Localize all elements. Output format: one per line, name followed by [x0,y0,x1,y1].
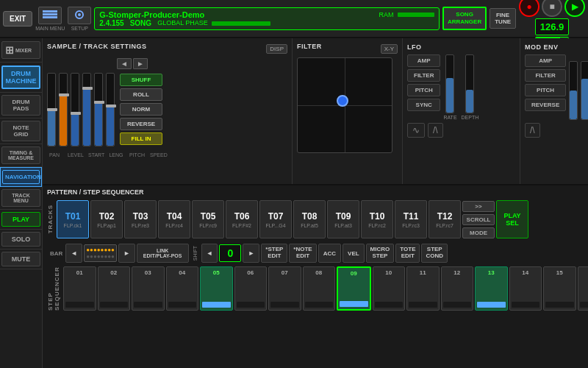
play-button[interactable]: ▶ [564,0,585,17]
mod-slider-1[interactable] [569,61,578,120]
filter-xy-pad[interactable] [297,57,392,153]
fine-tune-button[interactable]: FINE TUNE [490,8,516,29]
arrow-right-button[interactable]: ► [133,58,148,69]
mod-slider-2[interactable] [581,61,588,120]
step-cond-button[interactable]: STEP COND [421,244,448,263]
norm-button[interactable]: NORM [120,103,162,116]
step-01[interactable]: 01 [63,266,96,311]
track-t11[interactable]: T11 FLP.rc3 [395,200,427,238]
step-11[interactable]: 11 [406,266,440,311]
step-12-bar [443,302,472,308]
main-menu-button[interactable] [38,7,62,24]
start-slider[interactable] [71,73,79,146]
lfo-pitch-button[interactable]: PITCH [407,84,440,96]
mod-amp-button[interactable]: AMP [525,54,566,67]
chevron-forward-button[interactable]: >> [462,201,495,212]
step-07[interactable]: 07 [268,266,301,311]
speed-slider[interactable] [106,73,115,146]
step-16[interactable]: 16 [578,266,589,311]
note-edit-button[interactable]: *NOTE EDIT [289,244,316,263]
step-15[interactable]: 15 [543,266,576,311]
play-sel-button[interactable]: PLAY SEL [496,200,528,238]
step-08[interactable]: 08 [303,266,336,311]
acc-button[interactable]: ACC [318,244,341,263]
mod-pitch-button[interactable]: PITCH [525,84,566,96]
record-button[interactable]: ● [519,0,539,17]
lfo-sync-button[interactable]: SYNC [407,99,440,111]
step-02[interactable]: 02 [98,266,131,311]
track-t08[interactable]: T08 FLP.at5 [293,200,326,238]
step-edit-button[interactable]: *STEP EDIT [261,244,287,263]
setup-button[interactable] [68,7,91,24]
bar-right-button[interactable]: ► [118,244,135,263]
stop-button[interactable]: ■ [542,0,562,17]
roll-button[interactable]: ROLL [120,88,162,101]
level-slider[interactable] [59,73,68,146]
step-02-bar [100,302,129,308]
drum-pads-button[interactable]: DRUM PADS [1,95,40,116]
timing-measure-button[interactable]: TIMING & MEASURE [1,146,40,164]
track-t02-name: FLP.ap1 [97,223,116,228]
note-grid-button[interactable]: NOTE GRID [1,121,40,141]
play-left-button[interactable]: PLAY [1,212,40,227]
step-12[interactable]: 12 [441,266,474,311]
wave-sine-button[interactable]: ∿ [407,123,425,138]
link-edit-button[interactable]: LINK EDIT/PLAY-POS [137,244,189,263]
filter-section: FILTER X-Y [293,38,403,184]
track-menu-button[interactable]: TRACK MENU [1,189,40,207]
step-06-bar [237,302,265,308]
mod-wave-button[interactable]: /\ [525,123,540,138]
pan-slider[interactable] [47,73,56,146]
reverse-button[interactable]: REVERSE [120,118,162,130]
solo-button[interactable]: SOLO [1,232,40,247]
level-label: LEVEL [68,152,82,158]
drum-machine-button[interactable]: DRUM MACHINE [1,66,40,89]
mute-button[interactable]: MUTE [1,252,40,266]
step-06[interactable]: 06 [234,266,268,311]
arrow-left-button[interactable]: ◄ [117,58,132,69]
step-04[interactable]: 04 [166,266,199,311]
xy-button[interactable]: X-Y [381,44,398,54]
exit-button[interactable]: EXIT [3,11,32,26]
track-t03[interactable]: T03 FLP.re3 [124,200,157,238]
track-t10[interactable]: T10 FLP.rc2 [361,200,393,238]
disp-button[interactable]: DISP [266,44,287,54]
track-t02[interactable]: T02 FLP.ap1 [90,200,123,238]
song-arranger-button[interactable]: SONG ARRANGER [442,7,487,29]
tote-edit-button[interactable]: TOTE EDIT [395,244,420,263]
scroll-button[interactable]: SCROLL [462,214,495,225]
leng-slider[interactable] [82,73,91,146]
step-13[interactable]: 13 [475,266,508,311]
step-10-bar [375,302,404,308]
lfo-depth-slider[interactable] [465,54,474,113]
track-t07[interactable]: T07 FLP...G4 [259,200,292,238]
shift-left-button[interactable]: ◄ [201,244,218,263]
track-t12[interactable]: T12 FLP.rc7 [429,200,461,238]
track-t04[interactable]: T04 FLP.rc4 [158,200,190,238]
track-t01[interactable]: T01 FLP.ck1 [57,200,89,238]
mod-reverse-button[interactable]: REVERSE [525,99,566,111]
track-t09[interactable]: T09 FLP.at3 [327,200,359,238]
track-t05[interactable]: T05 FLP.rc9 [192,200,224,238]
step-03[interactable]: 03 [132,266,165,311]
track-t06[interactable]: T06 FLP.F#2 [226,200,258,238]
vel-button[interactable]: VEL [343,244,365,263]
lfo-filter-button[interactable]: FILTER [407,69,440,82]
step-05[interactable]: 05 [200,266,233,311]
micro-step-button[interactable]: MICRO STEP [366,244,395,263]
mod-filter-button[interactable]: FILTER [525,69,566,82]
step-10[interactable]: 10 [373,266,406,311]
pitch-slider[interactable] [94,73,103,146]
step-09[interactable]: 09 [337,266,371,311]
lfo-rate-slider[interactable] [445,54,454,113]
mixer-button[interactable]: ⊞ MIXER [1,41,40,59]
lfo-amp-button[interactable]: AMP [407,54,440,67]
navigation-button[interactable]: NAVIGATION [2,170,40,184]
bar-left-button[interactable]: ◄ [65,244,82,263]
mode-button[interactable]: MODE [462,227,495,238]
shift-right-button[interactable]: ► [243,244,259,263]
fill-in-button[interactable]: FILL IN [120,132,162,145]
step-14[interactable]: 14 [509,266,542,311]
wave-tri-button[interactable]: /\ [428,123,443,138]
shuff-button[interactable]: SHUFF [120,74,162,86]
